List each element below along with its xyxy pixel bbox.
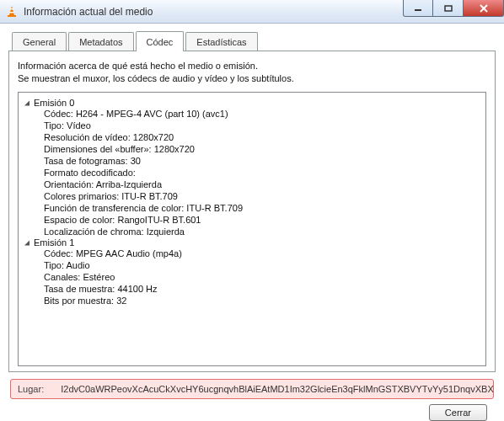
tree-node-stream0[interactable]: ◢ Emisión 0 [22, 98, 482, 108]
panel-intro: Información acerca de qué está hecho el … [18, 60, 486, 85]
tree-item[interactable]: Tasa de muestra: 44100 Hz [44, 283, 482, 295]
titlebar: Información actual del medio [0, 0, 504, 24]
tree-item[interactable]: Tipo: Vídeo [44, 120, 482, 131]
window-title: Información actual del medio [24, 6, 153, 18]
maximize-button[interactable] [433, 0, 464, 17]
window-controls [403, 0, 504, 17]
tab-metadata[interactable]: Metadatos [68, 32, 133, 51]
close-window-button[interactable] [464, 0, 504, 17]
location-bar: Lugar: I2dvC0aWRPeovXcAcuCkXvcHY6ucgnqvh… [10, 379, 494, 399]
tree-item[interactable]: Dimensiones del «buffer»: 1280x720 [44, 143, 482, 155]
tree-item[interactable]: Localización de chroma: Izquierda [44, 226, 482, 237]
collapse-icon[interactable]: ◢ [22, 98, 32, 107]
tree-item[interactable]: Colores primarios: ITU-R BT.709 [44, 190, 482, 202]
tree-item[interactable]: Resolución de vídeo: 1280x720 [44, 131, 482, 143]
tree-children-stream1: Códec: MPEG AAC Audio (mp4a) Tipo: Audio… [44, 248, 482, 306]
tree-item[interactable]: Función de transferencia de color: ITU-R… [44, 202, 482, 214]
tree-item[interactable]: Códec: MPEG AAC Audio (mp4a) [44, 248, 482, 259]
tree-item[interactable]: Espacio de color: RangoITU-R BT.601 [44, 214, 482, 226]
codec-panel: Información acerca de qué está hecho el … [8, 51, 496, 372]
tree-item[interactable]: Códec: H264 - MPEG-4 AVC (part 10) (avc1… [44, 108, 482, 120]
minimize-button[interactable] [403, 0, 433, 17]
tree-item[interactable]: Tipo: Audio [44, 259, 482, 271]
tree-item[interactable]: Bits por muestra: 32 [44, 295, 482, 306]
tab-codec[interactable]: Códec [136, 31, 185, 51]
close-button[interactable]: Cerrar [429, 404, 487, 421]
svg-rect-2 [10, 8, 13, 9]
svg-marker-0 [9, 6, 14, 15]
tree-item[interactable]: Tasa de fotogramas: 30 [44, 155, 482, 167]
location-value[interactable]: I2dvC0aWRPeovXcAcuCkXvcHY6ucgnqvhBlAiEAt… [61, 384, 494, 394]
dialog-footer: Cerrar [8, 399, 496, 421]
location-label: Lugar: [18, 384, 44, 394]
intro-line-2: Se muestran el muxor, los códecs de audi… [18, 72, 486, 85]
intro-line-1: Información acerca de qué está hecho el … [18, 60, 486, 72]
tree-children-stream0: Códec: H264 - MPEG-4 AVC (part 10) (avc1… [44, 108, 482, 237]
tab-general[interactable]: General [12, 32, 67, 51]
tree-item[interactable]: Orientación: Arriba-Izquierda [44, 179, 482, 190]
codec-tree[interactable]: ◢ Emisión 0 Códec: H264 - MPEG-4 AVC (pa… [18, 92, 486, 366]
tree-node-stream1[interactable]: ◢ Emisión 1 [22, 237, 482, 248]
svg-rect-1 [8, 15, 16, 17]
svg-rect-5 [445, 6, 452, 11]
tree-node-label: Emisión 0 [34, 98, 74, 108]
collapse-icon[interactable]: ◢ [22, 237, 32, 247]
tab-bar: General Metadatos Códec Estadísticas [12, 30, 496, 51]
app-icon [5, 5, 19, 19]
tree-item[interactable]: Formato decodificado: [44, 167, 482, 179]
tree-node-label: Emisión 1 [34, 237, 74, 248]
tab-stats[interactable]: Estadísticas [185, 32, 257, 51]
svg-rect-3 [9, 12, 14, 13]
tree-item[interactable]: Canales: Estéreo [44, 271, 482, 283]
